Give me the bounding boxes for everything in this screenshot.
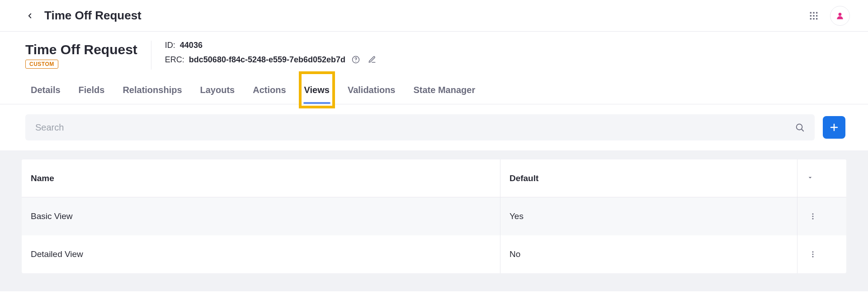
- question-circle-icon: [352, 56, 360, 64]
- tab-layouts[interactable]: Layouts: [199, 76, 236, 104]
- caret-down-icon: [807, 174, 814, 181]
- pencil-icon: [368, 56, 376, 64]
- views-toolbar: [0, 104, 868, 150]
- cell-name: Detailed View: [22, 235, 500, 273]
- svg-rect-2: [816, 12, 817, 13]
- svg-rect-1: [813, 12, 814, 13]
- sort-caret: [807, 174, 814, 181]
- grid-icon: [809, 11, 818, 20]
- object-header-right: ID: 44036 ERC: bdc50680-f84c-5248-e559-7…: [151, 41, 378, 65]
- svg-rect-8: [816, 18, 817, 19]
- id-value: 44036: [180, 41, 203, 50]
- search-icon-wrap: [795, 122, 805, 132]
- svg-point-11: [355, 61, 356, 62]
- tab-views[interactable]: Views: [303, 76, 330, 104]
- tab-details[interactable]: Details: [30, 76, 61, 104]
- object-title: Time Off Request: [25, 42, 137, 57]
- id-label: ID:: [165, 41, 175, 50]
- search-field[interactable]: [25, 114, 815, 140]
- id-row: ID: 44036: [165, 41, 378, 50]
- table-row[interactable]: Basic View Yes: [22, 197, 846, 235]
- user-icon: [835, 11, 844, 20]
- erc-label: ERC:: [165, 55, 184, 65]
- views-table: Name Default Basic View Yes: [22, 159, 846, 273]
- column-header-default[interactable]: Default: [500, 159, 797, 197]
- svg-point-18: [812, 218, 813, 220]
- add-view-button[interactable]: [823, 116, 845, 139]
- tab-fields[interactable]: Fields: [78, 76, 106, 104]
- object-header: Time Off Request CUSTOM ID: 44036 ERC: b…: [0, 32, 868, 76]
- tab-actions[interactable]: Actions: [252, 76, 287, 104]
- row-actions-button[interactable]: [807, 210, 819, 223]
- cell-name: Basic View: [22, 197, 500, 235]
- cell-default: Yes: [500, 197, 797, 235]
- svg-point-16: [812, 213, 813, 215]
- table-row[interactable]: Detailed View No: [22, 235, 846, 273]
- erc-help-button[interactable]: [350, 54, 362, 65]
- cell-default: No: [500, 235, 797, 273]
- object-header-left: Time Off Request CUSTOM: [25, 41, 151, 70]
- svg-rect-3: [810, 15, 811, 16]
- svg-rect-4: [813, 15, 814, 16]
- search-icon: [795, 122, 805, 132]
- dots-vertical-icon: [809, 250, 817, 258]
- svg-point-9: [839, 13, 842, 16]
- apps-menu-button[interactable]: [805, 7, 823, 25]
- tabs: Details Fields Relationships Layouts Act…: [0, 76, 868, 104]
- dots-vertical-icon: [809, 212, 817, 220]
- custom-badge: CUSTOM: [25, 60, 58, 69]
- svg-point-21: [812, 256, 813, 257]
- svg-rect-6: [810, 18, 811, 19]
- svg-point-12: [797, 124, 802, 130]
- back-button[interactable]: [23, 9, 37, 23]
- erc-edit-button[interactable]: [366, 54, 378, 65]
- plus-icon: [829, 122, 840, 133]
- svg-rect-5: [816, 15, 817, 16]
- search-input[interactable]: [35, 122, 795, 133]
- erc-row: ERC: bdc50680-f84c-5248-e559-7eb6d052eb7…: [165, 54, 378, 65]
- content-area: Name Default Basic View Yes: [0, 150, 868, 291]
- svg-point-19: [812, 251, 813, 252]
- table-header-row: Name Default: [22, 159, 846, 197]
- svg-rect-0: [810, 12, 811, 13]
- svg-line-13: [802, 129, 803, 131]
- topbar-title: Time Off Request: [44, 9, 142, 23]
- cell-actions: [797, 235, 846, 273]
- svg-rect-7: [813, 18, 814, 19]
- svg-point-20: [812, 254, 813, 255]
- chevron-left-icon: [26, 12, 34, 20]
- tab-state-manager[interactable]: State Manager: [413, 76, 476, 104]
- row-actions-button[interactable]: [807, 248, 819, 261]
- user-avatar-button[interactable]: [830, 6, 850, 26]
- topbar: Time Off Request: [0, 0, 868, 32]
- erc-value: bdc50680-f84c-5248-e559-7eb6d052eb7d: [189, 55, 345, 65]
- cell-actions: [797, 197, 846, 235]
- column-header-actions[interactable]: [797, 159, 846, 197]
- svg-point-17: [812, 216, 813, 217]
- tabs-container: Details Fields Relationships Layouts Act…: [0, 76, 868, 104]
- column-header-name[interactable]: Name: [22, 159, 500, 197]
- tab-validations[interactable]: Validations: [347, 76, 396, 104]
- tab-relationships[interactable]: Relationships: [122, 76, 183, 104]
